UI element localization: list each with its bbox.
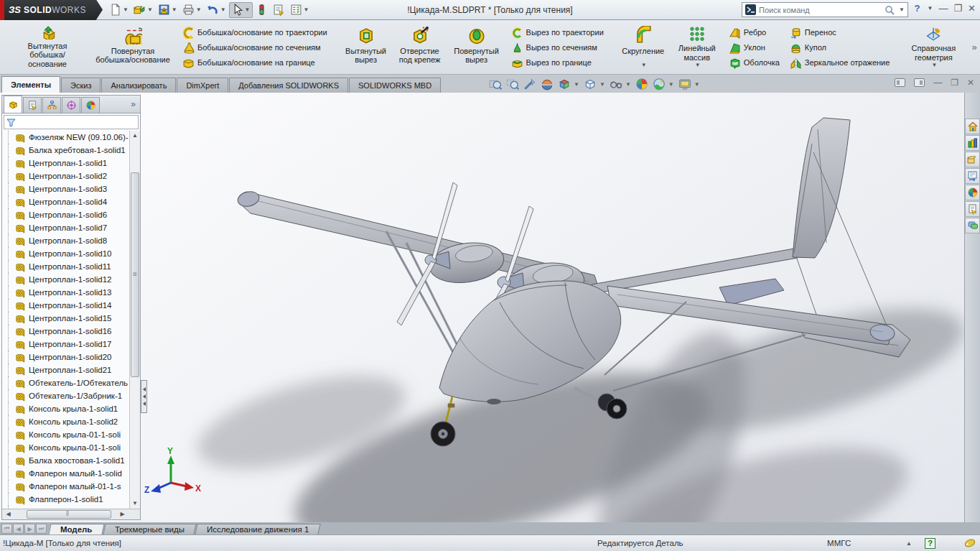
tab-nav-button[interactable]: ▶ bbox=[24, 524, 35, 534]
design-library-button[interactable] bbox=[965, 135, 980, 151]
tree-item[interactable]: Консоль крыла-01-1-soli bbox=[2, 428, 129, 441]
forum-button[interactable] bbox=[965, 218, 980, 233]
view-palette-button[interactable] bbox=[965, 168, 980, 184]
custom-properties-button[interactable] bbox=[965, 201, 980, 217]
dropdown-arrow-icon[interactable]: ▼ bbox=[245, 6, 251, 13]
section-view-button[interactable] bbox=[541, 78, 554, 91]
tree-item[interactable]: Центроплан-1-solid6 bbox=[2, 208, 129, 221]
featuremanager-tab-tab[interactable] bbox=[4, 96, 22, 113]
zoom-area-button[interactable] bbox=[506, 78, 519, 91]
model-tab-2[interactable]: Исследование движения 1 bbox=[195, 524, 321, 534]
fillet-button[interactable]: Скругление▼ bbox=[617, 23, 670, 72]
tree-item[interactable]: Центроплан-1-solid4 bbox=[2, 195, 129, 208]
options-button[interactable]: ▼ bbox=[288, 2, 312, 18]
hole-wizard-button[interactable]: Отверстие под крепеж bbox=[393, 23, 447, 72]
file-explorer-button[interactable] bbox=[965, 152, 980, 167]
minimize-button[interactable]: — bbox=[938, 3, 948, 14]
tab-nav-button[interactable]: ⏮ bbox=[1, 524, 12, 534]
tree-vertical-scrollbar[interactable]: ▲ ▼ bbox=[129, 131, 140, 509]
scroll-up-icon[interactable]: ▲ bbox=[131, 131, 139, 140]
draft-button[interactable]: Уклон bbox=[726, 40, 783, 55]
search-input[interactable] bbox=[759, 6, 882, 14]
scroll-left-icon[interactable]: ◀ bbox=[4, 510, 13, 519]
tree-item[interactable]: Центроплан-1-solid1 bbox=[2, 157, 129, 170]
tree-item[interactable]: Центроплан-1-solid12 bbox=[2, 273, 129, 286]
cut-extrude-button[interactable]: Вытянутый вырез bbox=[340, 23, 392, 72]
pane-right-toggle-icon[interactable] bbox=[914, 78, 925, 87]
tree-item[interactable]: Центроплан-1-solid2 bbox=[2, 170, 129, 182]
boss-sweep-button[interactable]: Бобышка/основание по траектории bbox=[179, 25, 330, 40]
hide-show-items-button[interactable]: ▼ bbox=[610, 78, 631, 91]
apply-scene-button[interactable]: ▼ bbox=[653, 78, 674, 91]
tree-item[interactable]: Обтекатель-1/Забрник-1 bbox=[2, 389, 129, 402]
rib-button[interactable]: Ребро bbox=[726, 25, 783, 40]
print-button[interactable]: ▼ bbox=[180, 2, 204, 18]
tree-item[interactable]: Консоль крыла-01-1-soli bbox=[2, 441, 129, 454]
tree-item[interactable]: Флаперон малый-1-solid bbox=[2, 467, 129, 480]
dropdown-arrow-icon[interactable]: ▼ bbox=[147, 6, 153, 13]
tree-item[interactable]: Центроплан-1-solid16 bbox=[2, 325, 129, 338]
rebuild-button[interactable] bbox=[253, 2, 270, 18]
dropdown-arrow-icon[interactable]: ▼ bbox=[220, 6, 226, 13]
help-dropdown-icon[interactable]: ▼ bbox=[928, 5, 933, 11]
zoom-fit-button[interactable] bbox=[489, 78, 502, 91]
help-button[interactable]: ? bbox=[915, 3, 920, 14]
boss-boundary-button[interactable]: Бобышка/основание на границе bbox=[179, 55, 330, 70]
tab-эскиз[interactable]: Эскиз bbox=[61, 78, 101, 93]
tree-item[interactable]: Центроплан-1-solid10 bbox=[2, 247, 129, 260]
logo-notch[interactable] bbox=[96, 0, 103, 20]
pane-left-toggle-icon[interactable] bbox=[895, 78, 905, 87]
status-units[interactable]: ММГС bbox=[827, 539, 906, 547]
move-button[interactable]: Перенос bbox=[787, 25, 893, 40]
tree-item[interactable]: Центроплан-1-solid14 bbox=[2, 299, 129, 312]
cut-boundary-button[interactable]: Вырез по границе bbox=[508, 55, 607, 70]
doc-close-icon[interactable]: ✕ bbox=[967, 78, 974, 88]
tree-horizontal-scrollbar[interactable]: ◀ ▶ bbox=[2, 509, 140, 519]
magnifier-icon[interactable] bbox=[885, 5, 895, 15]
cut-loft-button[interactable]: Вырез по сечениям bbox=[508, 40, 607, 55]
tab-nav-button[interactable]: ◀ bbox=[13, 524, 24, 534]
appearances-scenes-button[interactable] bbox=[965, 185, 980, 200]
quick-tips-icon[interactable]: ? bbox=[925, 538, 935, 549]
select-button[interactable]: ▼ bbox=[229, 2, 253, 18]
feature-tabs-overflow[interactable]: » bbox=[131, 99, 136, 109]
open-button[interactable]: ▼ bbox=[131, 2, 155, 18]
tree-filter-box[interactable] bbox=[4, 115, 139, 129]
vscroll-thumb[interactable] bbox=[131, 172, 139, 377]
model-tab-1[interactable]: Трехмерные виды bbox=[103, 524, 196, 534]
boss-revolve-button[interactable]: Повернутая бобышка/основание bbox=[89, 23, 177, 72]
tree-item[interactable]: Центроплан-1-solid13 bbox=[2, 286, 129, 299]
reference-geometry-button[interactable]: Справочная геометрия▼ bbox=[902, 23, 964, 72]
dropdown-arrow-icon[interactable]: ▼ bbox=[625, 81, 631, 88]
tree-item[interactable]: Центроплан-1-solid3 bbox=[2, 182, 129, 195]
tab-solidworks-mbd[interactable]: SOLIDWORKS MBD bbox=[349, 78, 441, 93]
dropdown-arrow-icon[interactable]: ▼ bbox=[694, 81, 700, 88]
hscroll-thumb[interactable] bbox=[27, 510, 111, 519]
dome-button[interactable]: Купол bbox=[787, 40, 893, 55]
dropdown-arrow-icon[interactable]: ▼ bbox=[641, 62, 647, 68]
tree-item[interactable]: Балка хребтовая-1-solid1 bbox=[2, 144, 129, 157]
model-tab-0[interactable]: Модель bbox=[48, 524, 104, 534]
doc-minimize-icon[interactable]: — bbox=[933, 78, 942, 88]
tree-item[interactable]: Консоль крыла-1-solid2 bbox=[2, 415, 129, 428]
graphics-viewport[interactable]: Y X Z bbox=[0, 93, 980, 522]
boss-extrude-button[interactable]: Вытянутая бобышка/основание bbox=[7, 23, 88, 72]
ribbon-overflow-button[interactable]: » bbox=[967, 42, 980, 52]
tree-item[interactable]: Центроплан-1-solid21 bbox=[2, 364, 129, 376]
tree-item[interactable]: Центроплан-1-solid15 bbox=[2, 312, 129, 325]
tree-item[interactable]: Обтекатель-1/Обтекатель bbox=[2, 376, 129, 389]
scroll-right-icon[interactable]: ▶ bbox=[118, 510, 127, 519]
configurationmanager-tab-tab[interactable] bbox=[42, 97, 61, 113]
tree-item[interactable]: Центроплан-1-solid17 bbox=[2, 338, 129, 351]
boss-loft-button[interactable]: Бобышка/основание по сечениям bbox=[179, 40, 330, 55]
file-properties-button[interactable] bbox=[271, 2, 287, 18]
tree-item[interactable]: Центроплан-1-solid20 bbox=[2, 351, 129, 364]
tree-item[interactable]: Флаперон малый-01-1-s bbox=[2, 480, 129, 493]
view-orientation-button[interactable]: ▼ bbox=[558, 78, 579, 91]
displaymanager-tab-tab[interactable] bbox=[81, 97, 100, 113]
panel-splitter-handle[interactable] bbox=[141, 380, 147, 413]
tree-item[interactable]: Фюзеляж NEW (09.10.06)- bbox=[2, 131, 129, 144]
new-document-button[interactable]: ▼ bbox=[107, 2, 131, 18]
tree-item[interactable]: Балка хвостовая-1-solid1 bbox=[2, 454, 129, 467]
tag-icon[interactable] bbox=[964, 538, 976, 548]
